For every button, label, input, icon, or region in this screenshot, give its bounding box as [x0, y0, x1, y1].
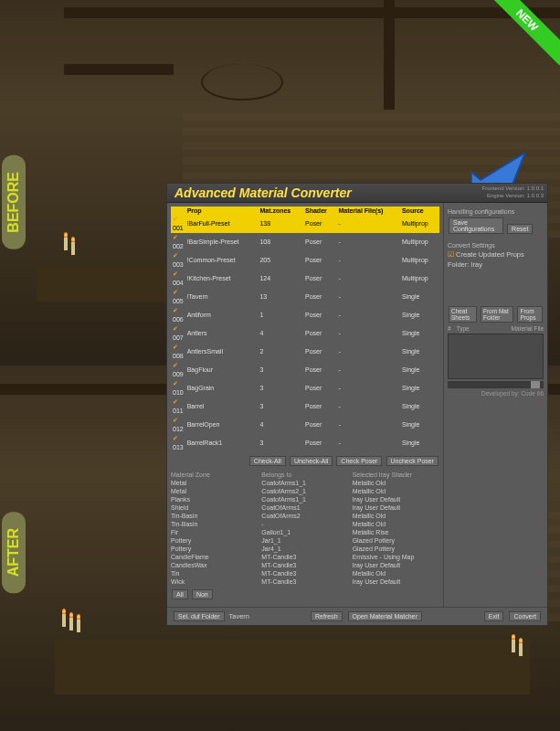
sel-duf-folder-button[interactable]: Sel. duf Folder [174, 611, 225, 621]
row-checkbox[interactable]: ✔ [173, 234, 178, 240]
table-row[interactable]: ✔ 004!Kitchen-Preset124Poser-Multiprop [171, 270, 439, 288]
check-all-button[interactable]: Check-All [249, 456, 286, 466]
list-item[interactable]: Shield [171, 503, 258, 512]
list-item[interactable]: Pottery [171, 536, 258, 545]
list-item[interactable]: Metallic Old [353, 512, 439, 520]
row-checkbox[interactable]: ✔ [173, 398, 178, 405]
col-matzones[interactable]: Mat.zones [258, 207, 303, 215]
convert-button[interactable]: Convert [509, 611, 541, 621]
table-row[interactable]: ✔ 008AntlersSmall2Poser-Single [171, 343, 439, 361]
row-checkbox[interactable]: ✔ [173, 362, 178, 368]
candle-icon [62, 614, 66, 627]
table-row[interactable]: ✔ 001!BarFull-Preset138Poser-Multiprop [171, 215, 439, 233]
material-converter-dialog: Advanced Material Converter Frontend Ver… [166, 183, 548, 626]
list-item[interactable]: Metallic Rise [353, 528, 439, 536]
create-updated-checkbox[interactable]: ☑ [448, 250, 454, 259]
row-checkbox[interactable]: ✔ [173, 417, 178, 423]
hash-header: # [448, 325, 451, 332]
table-row[interactable]: ✔ 002!BarSimple-Preset108Poser-Multiprop [171, 233, 439, 251]
list-item[interactable]: CoatofArms2_1 [261, 487, 348, 495]
refresh-button[interactable]: Refresh [311, 611, 343, 621]
reset-button[interactable]: Reset [507, 224, 533, 234]
footer-folder-value: Tavern [229, 612, 250, 620]
table-row[interactable]: ✔ 005!Tavern13Poser-Single [171, 288, 439, 306]
all-button[interactable]: All [172, 589, 188, 599]
list-item[interactable]: MT-Candle3 [261, 553, 348, 561]
list-item[interactable]: MT-Candle3 [261, 577, 348, 586]
non-button[interactable]: Non [192, 589, 213, 599]
list-item[interactable]: CandleFlame [171, 553, 258, 561]
engine-version: Engine Version: 1.0.0.3 [482, 192, 544, 199]
save-config-button[interactable]: Save Configurations [449, 217, 503, 234]
table-row[interactable]: ✔ 003!Common-Preset205Poser-Multiprop [171, 251, 439, 270]
from-mat-folder-button[interactable]: From Mat Folder [481, 306, 513, 323]
row-checkbox[interactable]: ✔ [173, 307, 178, 313]
list-item[interactable]: Jar1_1 [261, 536, 348, 545]
list-item[interactable]: Fir [171, 528, 258, 536]
row-checkbox[interactable]: ✔ [173, 380, 178, 387]
list-item[interactable]: CoatOfArms1 [261, 503, 348, 512]
list-item[interactable]: - [261, 520, 348, 528]
col-matfiles[interactable]: Material File(s) [336, 207, 400, 215]
list-item[interactable]: CoatofArms1_1 [261, 495, 348, 503]
list-item[interactable]: Iray User Default [353, 495, 439, 503]
check-poser-button[interactable]: Check Poser [336, 456, 382, 466]
folder-value: Iray [470, 260, 482, 269]
list-item[interactable]: Jar4_1 [261, 545, 348, 553]
col-shader[interactable]: Shader [303, 207, 336, 215]
table-row[interactable]: ✔ 006Antiform1Poser-Single [171, 306, 439, 324]
list-item[interactable]: MT-Candle3 [261, 569, 348, 577]
list-item[interactable]: MT-Candle3 [261, 561, 348, 569]
from-props-button[interactable]: From Props [517, 306, 543, 323]
table-row[interactable]: ✔ 010BagGrain3Poser-Single [171, 379, 439, 397]
open-material-matcher-button[interactable]: Open Material Matcher [348, 611, 422, 621]
row-checkbox[interactable]: ✔ [173, 252, 178, 259]
list-item[interactable]: Metal [171, 487, 258, 495]
list-item[interactable]: Glazed Pottery [353, 536, 439, 545]
list-item[interactable]: CoatofArms1_1 [261, 479, 348, 487]
list-item[interactable]: Planks [171, 495, 258, 503]
row-checkbox[interactable]: ✔ [173, 216, 178, 222]
list-item[interactable]: Metallic Old [353, 569, 439, 577]
list-item[interactable]: Iray User Default [353, 503, 439, 512]
list-item[interactable]: Metal [171, 479, 258, 487]
list-item[interactable]: Gallon1_1 [261, 528, 348, 536]
list-item[interactable]: Iray User Default [353, 561, 439, 569]
list-item[interactable]: Glazed Pottery [353, 545, 439, 553]
candle-icon [519, 643, 523, 656]
list-item[interactable]: CoatOfArms2 [261, 512, 348, 520]
cheat-sheets-button[interactable]: Cheat Sheets [449, 306, 477, 323]
row-checkbox[interactable]: ✔ [173, 435, 178, 441]
list-item[interactable]: Tin [171, 569, 258, 577]
table-row[interactable]: ✔ 009BagFlour3Poser-Single [171, 361, 439, 379]
exit-button[interactable]: Exit [484, 611, 504, 621]
row-checkbox[interactable]: ✔ [173, 289, 178, 295]
row-checkbox[interactable]: ✔ [173, 270, 178, 277]
col-prop[interactable]: Prop [185, 207, 259, 215]
list-item[interactable]: Emissive - Using Map [353, 553, 439, 561]
material-file-list[interactable] [448, 334, 544, 379]
list-item[interactable]: Tin-Basin [171, 520, 258, 528]
row-checkbox[interactable]: ✔ [173, 344, 178, 350]
list-item[interactable]: Iray User Default [353, 577, 439, 586]
table-row[interactable]: ✔ 012BarrelOpen4Poser-Single [171, 416, 439, 434]
list-item[interactable]: Metallic Old [353, 479, 439, 487]
table-row[interactable]: ✔ 011Barrel3Poser-Single [171, 397, 439, 416]
candle-icon [512, 640, 515, 652]
handling-label: Handling configurations [448, 208, 544, 215]
list-item[interactable]: Pottery [171, 545, 258, 553]
candle-icon [77, 620, 80, 632]
list-item[interactable]: Wick [171, 577, 258, 586]
list-item[interactable]: CandlesWax [171, 561, 258, 569]
list-item[interactable]: Metallic Old [353, 487, 439, 495]
row-checkbox[interactable]: ✔ [173, 325, 178, 332]
slider[interactable] [448, 381, 544, 388]
table-row[interactable]: ✔ 013BarrelRack13Poser-Single [171, 434, 439, 452]
list-item[interactable]: Tin-Basin [171, 512, 258, 520]
table-row[interactable]: ✔ 007Antlers4Poser-Single [171, 324, 439, 343]
slider-handle[interactable] [531, 381, 540, 388]
col-source[interactable]: Source [400, 207, 439, 215]
list-item[interactable]: Metallic Old [353, 520, 439, 528]
uncheck-poser-button[interactable]: Uncheck Poser [386, 456, 438, 466]
uncheck-all-button[interactable]: Uncheck-All [290, 456, 333, 466]
